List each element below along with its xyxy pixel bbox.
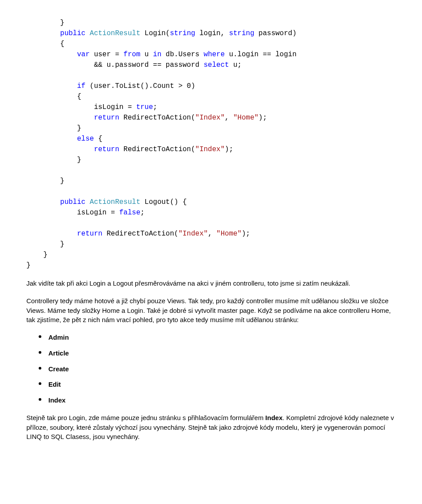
code-line: public ActionResult Logout() { <box>26 198 187 206</box>
paragraph: Controllery tedy máme hotové a již chybí… <box>26 296 396 325</box>
code-line: } <box>26 251 47 259</box>
code-line: } <box>26 177 64 185</box>
code-line: public ActionResult Login(string login, … <box>26 29 297 37</box>
code-line: } <box>26 156 81 164</box>
code-line: else { <box>26 135 102 143</box>
list-item: Index <box>48 395 396 405</box>
list-item: Admin <box>48 333 396 342</box>
code-line: var user = from u in db.Users where u.lo… <box>26 51 297 58</box>
code-line: } <box>26 240 64 248</box>
code-line: && u.password == password select u; <box>26 61 242 69</box>
code-line: { <box>26 93 81 101</box>
paragraph: Stejně tak pro Login, zde máme pouze jed… <box>26 413 396 442</box>
code-block: } public ActionResult Login(string login… <box>26 18 396 271</box>
code-line: { <box>26 40 64 48</box>
list-item: Edit <box>48 380 396 389</box>
code-line: } <box>26 19 64 27</box>
code-line: return RedirectToAction("Index", "Home")… <box>26 230 250 238</box>
bullet-list: Admin Article Create Edit Index <box>26 333 396 405</box>
code-line: return RedirectToAction("Index", "Home")… <box>26 114 267 122</box>
paragraph: Jak vidíte tak při akci Login a Logout p… <box>26 279 396 288</box>
code-line: if (user.ToList().Count > 0) <box>26 82 195 90</box>
list-item: Article <box>48 348 396 358</box>
code-line: } <box>26 124 81 132</box>
code-line: isLogin = false; <box>26 209 145 217</box>
code-line: isLogin = true; <box>26 103 157 111</box>
code-line: } <box>26 261 31 269</box>
bold-text: Index <box>266 414 283 421</box>
list-item: Create <box>48 364 396 374</box>
code-line: return RedirectToAction("Index"); <box>26 145 233 153</box>
